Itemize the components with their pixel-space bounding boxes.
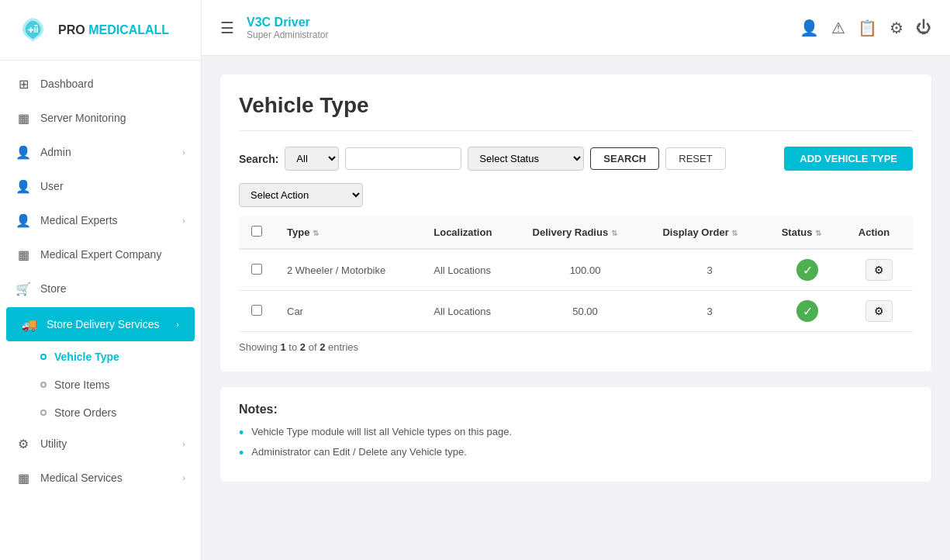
main-card: Vehicle Type Search: All Select Status A… (220, 74, 931, 372)
search-scope-select[interactable]: All (285, 147, 339, 171)
user-profile-icon[interactable]: 👤 (800, 19, 819, 37)
dot-icon-2 (40, 410, 47, 416)
row-checkbox[interactable] (251, 305, 262, 316)
sidebar-item-medical-experts[interactable]: 👤 Medical Experts › (0, 203, 201, 237)
row-action: ⚙ (846, 249, 913, 291)
note-item: •Vehicle Type module will list all Vehic… (239, 426, 913, 440)
table-body: 2 Wheeler / Motorbike All Locations 100.… (239, 249, 913, 332)
main-area: ☰ V3C Driver Super Administrator 👤 ⚠ 📋 ⚙… (202, 0, 950, 560)
header-checkbox-cell (239, 216, 275, 249)
header-action: Action (846, 216, 913, 249)
medical-services-icon: ▦ (16, 470, 31, 486)
row-type: Car (275, 291, 421, 332)
chevron-right-icon-2: › (182, 216, 185, 225)
row-action: ⚙ (846, 291, 913, 332)
header-display-order: Display Order ⇅ (650, 216, 769, 249)
sort-status-icon[interactable]: ⇅ (815, 229, 821, 237)
store-icon: 🛒 (16, 281, 31, 296)
search-input[interactable] (345, 147, 461, 170)
chevron-right-icon-3: › (176, 320, 179, 329)
note-item: •Administrator can Edit / Delete any Veh… (239, 446, 913, 460)
sidebar-item-admin[interactable]: 👤 Admin › (0, 135, 201, 169)
admin-icon: 👤 (16, 144, 31, 160)
notes-card: Notes: •Vehicle Type module will list al… (220, 387, 931, 482)
sidebar: PRO MEDICALALL ⊞ Dashboard ▦ Server Moni… (0, 0, 202, 560)
logo-icon (16, 12, 50, 47)
row-delivery-radius: 100.00 (520, 249, 651, 291)
table-row: 2 Wheeler / Motorbike All Locations 100.… (239, 249, 913, 291)
row-display-order: 3 (650, 249, 769, 291)
header-localization: Localization (421, 216, 520, 249)
sidebar-item-server-monitoring[interactable]: ▦ Server Monitoring (0, 101, 201, 135)
hamburger-menu-button[interactable]: ☰ (220, 19, 234, 37)
row-status: ✓ (769, 249, 846, 291)
header-status: Status ⇅ (769, 216, 846, 249)
chevron-right-icon: › (182, 147, 185, 157)
action-gear-button[interactable]: ⚙ (865, 300, 893, 322)
sort-type-icon[interactable]: ⇅ (313, 229, 319, 237)
row-status: ✓ (769, 291, 846, 332)
sidebar-item-dashboard[interactable]: ⊞ Dashboard (0, 67, 201, 101)
sidebar-item-medical-services[interactable]: ▦ Medical Services › (0, 461, 201, 495)
content-area: Vehicle Type Search: All Select Status A… (202, 56, 950, 560)
select-all-checkbox[interactable] (251, 226, 262, 237)
row-localization: All Locations (421, 291, 520, 332)
row-checkbox[interactable] (251, 264, 262, 275)
sidebar-item-store-delivery-services[interactable]: 🚚 Store Delivery Services › (6, 307, 195, 341)
row-type: 2 Wheeler / Motorbike (275, 249, 421, 291)
header-type: Type ⇅ (275, 216, 421, 249)
chevron-right-icon-5: › (182, 473, 185, 482)
company-icon: ▦ (16, 247, 31, 262)
search-bar: Search: All Select Status Active Inactiv… (239, 147, 913, 171)
sidebar-item-store[interactable]: 🛒 Store (0, 271, 201, 306)
medical-experts-icon: 👤 (16, 213, 31, 228)
dot-icon-1 (40, 382, 47, 388)
sidebar-item-utility[interactable]: ⚙ Utility › (0, 427, 201, 461)
header: ☰ V3C Driver Super Administrator 👤 ⚠ 📋 ⚙… (202, 0, 950, 56)
vehicle-type-table: Type ⇅ Localization Delivery Radius ⇅ Di… (239, 216, 913, 332)
status-select[interactable]: Select Status Active Inactive (468, 147, 584, 171)
table-row: Car All Locations 50.00 3 ✓ ⚙ (239, 291, 913, 332)
search-label: Search: (239, 153, 278, 165)
sidebar-item-store-items[interactable]: Store Items (0, 371, 201, 399)
add-vehicle-type-button[interactable]: ADD VEHICLE TYPE (784, 147, 913, 171)
header-icons: 👤 ⚠ 📋 ⚙ ⏻ (800, 19, 931, 37)
sidebar-item-user[interactable]: 👤 User (0, 169, 201, 203)
header-left: ☰ V3C Driver Super Administrator (220, 16, 328, 40)
document-icon[interactable]: 📋 (858, 19, 877, 37)
sidebar-navigation: ⊞ Dashboard ▦ Server Monitoring 👤 Admin … (0, 60, 201, 501)
dashboard-icon: ⊞ (16, 76, 31, 92)
bullet-icon: • (239, 446, 244, 460)
row-checkbox-cell (239, 249, 275, 291)
notes-title: Notes: (239, 403, 913, 417)
page-title: Vehicle Type (239, 93, 913, 131)
action-select[interactable]: Select Action Delete Selected (239, 183, 363, 207)
status-active-icon: ✓ (796, 300, 818, 322)
sort-radius-icon[interactable]: ⇅ (611, 229, 617, 237)
row-display-order: 3 (650, 291, 769, 332)
reset-button[interactable]: RESET (665, 147, 725, 170)
table-header-row: Type ⇅ Localization Delivery Radius ⇅ Di… (239, 216, 913, 249)
alert-icon[interactable]: ⚠ (831, 19, 845, 37)
search-button[interactable]: SEARCH (590, 147, 659, 170)
active-dot-icon (40, 354, 47, 360)
logo-text: PRO MEDICALALL (58, 23, 169, 37)
server-monitoring-icon: ▦ (16, 110, 31, 126)
header-title-group: V3C Driver Super Administrator (247, 16, 328, 40)
logo: PRO MEDICALALL (0, 0, 201, 60)
sidebar-item-medical-expert-company[interactable]: ▦ Medical Expert Company (0, 237, 201, 271)
row-localization: All Locations (421, 249, 520, 291)
header-subtitle: Super Administrator (247, 29, 328, 40)
power-icon[interactable]: ⏻ (916, 19, 931, 36)
header-title: V3C Driver (247, 16, 328, 29)
action-gear-button[interactable]: ⚙ (865, 259, 893, 281)
notes-list: •Vehicle Type module will list all Vehic… (239, 426, 913, 460)
user-icon: 👤 (16, 178, 31, 194)
bullet-icon: • (239, 426, 244, 440)
chevron-right-icon-4: › (182, 439, 185, 448)
sidebar-item-store-orders[interactable]: Store Orders (0, 399, 201, 427)
sort-order-icon[interactable]: ⇅ (731, 229, 738, 237)
sidebar-item-vehicle-type[interactable]: Vehicle Type (0, 343, 201, 371)
delivery-icon: 🚚 (22, 316, 37, 332)
settings-icon[interactable]: ⚙ (890, 19, 903, 37)
